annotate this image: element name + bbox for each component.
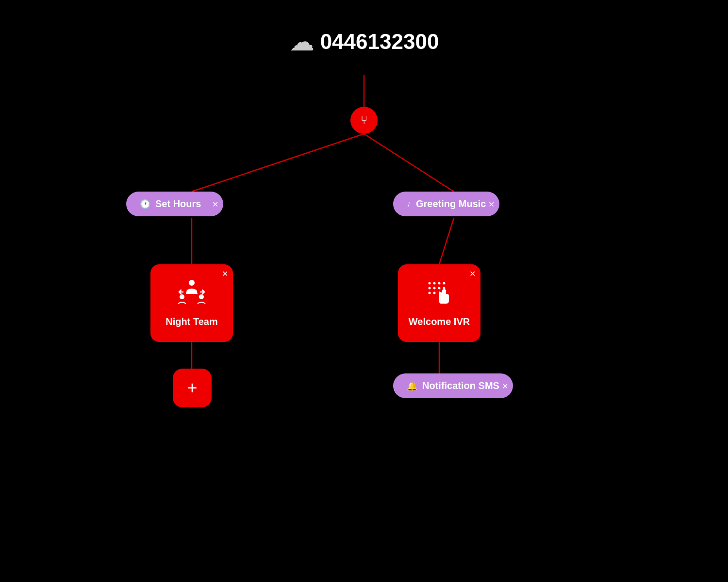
set-hours-node[interactable]: 🕐 Set Hours ✕ bbox=[126, 192, 223, 216]
notification-sms-close-button[interactable]: ✕ bbox=[502, 381, 508, 390]
team-icon bbox=[176, 279, 207, 312]
welcome-ivr-close-button[interactable]: ✕ bbox=[469, 269, 476, 278]
svg-point-13 bbox=[443, 282, 446, 284]
clock-icon: 🕐 bbox=[140, 199, 150, 210]
svg-line-1 bbox=[192, 134, 364, 192]
svg-point-14 bbox=[429, 287, 431, 289]
welcome-ivr-label: Welcome IVR bbox=[409, 316, 470, 327]
set-hours-close-button[interactable]: ✕ bbox=[212, 199, 218, 209]
bell-icon: 🔔 bbox=[407, 381, 417, 391]
svg-point-12 bbox=[438, 282, 441, 284]
set-hours-label: Set Hours bbox=[155, 198, 201, 210]
svg-line-5 bbox=[439, 218, 454, 264]
add-node[interactable]: + bbox=[173, 369, 212, 407]
night-team-node[interactable]: ✕ Night Team bbox=[150, 264, 233, 342]
night-team-label: Night Team bbox=[165, 316, 217, 327]
svg-point-8 bbox=[180, 294, 184, 299]
phone-number: 0446132300 bbox=[320, 30, 439, 54]
music-icon: ♪ bbox=[407, 199, 411, 209]
svg-point-18 bbox=[429, 291, 431, 294]
greeting-music-label: Greeting Music bbox=[416, 198, 486, 210]
fork-icon: ⑂ bbox=[361, 113, 367, 127]
svg-point-19 bbox=[433, 291, 436, 294]
svg-point-17 bbox=[443, 287, 446, 289]
night-team-close-button[interactable]: ✕ bbox=[222, 269, 228, 278]
svg-point-9 bbox=[199, 294, 204, 299]
ivr-icon bbox=[425, 279, 454, 312]
notification-sms-label: Notification SMS bbox=[422, 380, 499, 391]
fork-node[interactable]: ⑂ bbox=[350, 107, 378, 134]
cloud-icon: ☁ bbox=[289, 29, 314, 54]
svg-point-10 bbox=[429, 282, 431, 284]
svg-point-15 bbox=[433, 287, 436, 289]
svg-line-2 bbox=[364, 134, 454, 192]
greeting-music-node[interactable]: ♪ Greeting Music ✕ bbox=[393, 192, 499, 216]
svg-point-11 bbox=[433, 282, 436, 284]
notification-sms-node[interactable]: 🔔 Notification SMS ✕ bbox=[393, 373, 513, 398]
svg-point-7 bbox=[189, 280, 195, 286]
cloud-node: ☁ 0446132300 bbox=[289, 29, 439, 54]
plus-icon: + bbox=[187, 379, 197, 397]
svg-point-16 bbox=[438, 287, 441, 289]
greeting-music-close-button[interactable]: ✕ bbox=[488, 199, 495, 209]
welcome-ivr-node[interactable]: ✕ Welcome IVR bbox=[398, 264, 480, 342]
